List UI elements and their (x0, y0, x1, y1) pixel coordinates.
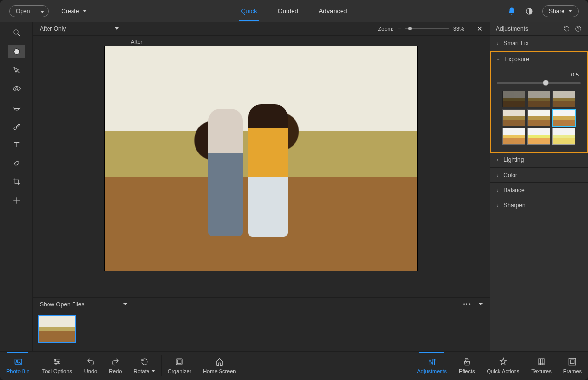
chevron-down-icon (83, 10, 87, 12)
spot-heal-tool[interactable] (8, 156, 25, 170)
help-icon[interactable] (575, 25, 582, 32)
exposure-body: 0.5 (491, 67, 587, 152)
share-button[interactable]: Share (542, 5, 579, 17)
zoom-pct: 33% (453, 26, 464, 32)
photo-bin-button[interactable]: Photo Bin (0, 352, 36, 380)
bin-more-icon[interactable]: ••• (463, 301, 472, 308)
selection-tool[interactable] (8, 63, 25, 77)
zoom-slider[interactable] (405, 28, 449, 29)
type-tool[interactable] (8, 138, 25, 152)
move-tool[interactable] (8, 194, 25, 207)
accordion-balance[interactable]: ›Balance (490, 183, 588, 198)
reset-icon[interactable] (563, 25, 571, 32)
exposure-slider-thumb[interactable] (543, 80, 549, 86)
view-mode-dropdown[interactable]: After Only (40, 25, 119, 32)
chevron-right-icon: › (497, 157, 498, 163)
rotate-button[interactable]: Rotate (127, 352, 161, 380)
exposure-preset-8[interactable] (527, 128, 550, 145)
tool-options-icon (52, 357, 61, 366)
main-row: After Only Zoom: − 33% ✕ After (0, 22, 588, 351)
photo-bin-label: Photo Bin (6, 368, 30, 374)
show-open-files-dropdown[interactable]: Show Open Files (40, 301, 127, 308)
appearance-icon[interactable] (525, 7, 534, 16)
zoom-controls: Zoom: − 33% ✕ (378, 25, 483, 33)
frames-button[interactable]: Frames (558, 352, 588, 380)
accordion-smart-fix[interactable]: ›Smart Fix (490, 36, 588, 51)
brush-tool[interactable] (8, 119, 25, 133)
close-document-icon[interactable]: ✕ (477, 25, 483, 33)
adjustments-panel: Adjustments ›Smart Fix ›Exposure 0.5 (490, 22, 588, 351)
frames-label: Frames (564, 368, 582, 374)
adjustments-title: Adjustments (496, 25, 528, 32)
top-bar: Open Create Quick Guided Advanced Share (0, 0, 588, 22)
home-icon (215, 357, 224, 366)
svg-point-7 (55, 359, 56, 360)
exposure-preset-3[interactable] (552, 91, 575, 107)
textures-button[interactable]: Textures (525, 352, 558, 380)
canvas-area: After (33, 36, 490, 297)
redo-button[interactable]: Redo (103, 352, 127, 380)
quick-actions-label: Quick Actions (487, 368, 520, 374)
exposure-label: Exposure (504, 56, 529, 63)
whiten-tool[interactable] (8, 101, 25, 114)
open-button[interactable]: Open (9, 5, 49, 17)
photo-bin (33, 311, 490, 351)
exposure-slider[interactable] (497, 82, 581, 84)
svg-rect-3 (14, 161, 19, 166)
zoom-out-icon[interactable]: − (397, 25, 401, 33)
undo-label: Undo (84, 368, 97, 374)
svg-point-2 (15, 88, 18, 90)
accordion-exposure[interactable]: ›Exposure 0.5 (491, 52, 587, 152)
chevron-down-icon (568, 10, 572, 12)
adjustments-label: Adjustments (417, 368, 447, 374)
exposure-preset-6[interactable] (552, 109, 575, 126)
tool-strip (0, 22, 33, 351)
organizer-button[interactable]: Organizer (162, 352, 197, 380)
red-eye-tool[interactable] (8, 82, 25, 96)
open-dropdown-toggle[interactable] (36, 6, 48, 17)
color-label: Color (503, 172, 517, 178)
exposure-preset-1[interactable] (502, 91, 525, 107)
adjustments-icon (428, 357, 437, 366)
accordion-lighting[interactable]: ›Lighting (490, 152, 588, 168)
rotate-label: Rotate (133, 368, 149, 374)
chevron-right-icon: › (497, 173, 498, 178)
exposure-preset-4[interactable] (502, 109, 525, 126)
adjustments-panel-header: Adjustments (490, 22, 588, 36)
show-open-files-label: Show Open Files (40, 301, 84, 308)
crop-tool[interactable] (8, 175, 25, 189)
home-screen-button[interactable]: Home Screen (197, 352, 242, 380)
undo-button[interactable]: Undo (78, 352, 103, 380)
adjustments-button[interactable]: Adjustments (412, 352, 453, 380)
chevron-down-icon[interactable] (479, 303, 483, 305)
exposure-preset-2[interactable] (527, 91, 550, 107)
chevron-down-icon (123, 303, 127, 305)
zoom-label: Zoom: (378, 26, 393, 32)
zoom-slider-thumb[interactable] (408, 27, 412, 30)
photo-bin-thumb[interactable] (38, 315, 76, 343)
notifications-icon[interactable] (507, 7, 516, 16)
tab-advanced[interactable]: Advanced (317, 1, 349, 21)
exposure-preset-7[interactable] (502, 128, 525, 145)
accordion-color[interactable]: ›Color (490, 168, 588, 183)
svg-text:fx: fx (465, 360, 468, 364)
effects-button[interactable]: fx Effects (453, 352, 481, 380)
create-menu[interactable]: Create (61, 8, 87, 15)
balance-label: Balance (503, 187, 524, 194)
chevron-right-icon: › (497, 188, 498, 193)
canvas[interactable] (33, 46, 490, 297)
chevron-down-icon: › (496, 58, 501, 60)
hand-tool[interactable] (8, 45, 25, 58)
quick-actions-button[interactable]: Quick Actions (481, 352, 526, 380)
tab-guided[interactable]: Guided (276, 1, 300, 21)
exposure-preset-9[interactable] (552, 128, 575, 145)
tab-quick[interactable]: Quick (239, 1, 259, 21)
svg-rect-17 (569, 358, 576, 365)
redo-label: Redo (109, 368, 122, 374)
tool-options-button[interactable]: Tool Options (36, 352, 78, 380)
textures-label: Textures (531, 368, 552, 374)
photo-bin-bar: Show Open Files ••• (33, 297, 490, 311)
zoom-tool[interactable] (8, 26, 25, 40)
exposure-preset-5[interactable] (527, 109, 550, 126)
accordion-sharpen[interactable]: ›Sharpen (490, 198, 588, 213)
